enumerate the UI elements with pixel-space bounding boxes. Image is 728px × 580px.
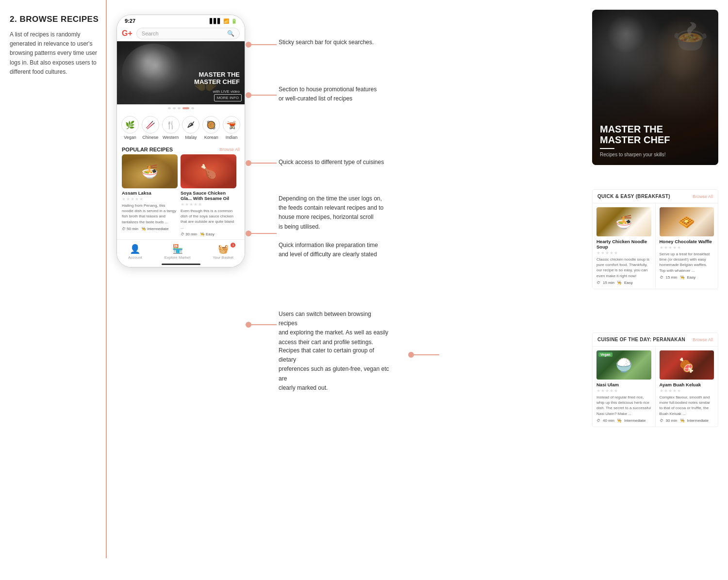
hero-more-info[interactable]: MORE INFO <box>214 94 242 101</box>
indian-label: Indian <box>226 135 238 140</box>
promo-card-background: 🍲 MASTER THE MASTER CHEF Recipes to shar… <box>592 10 718 165</box>
explore-label: Explore Market <box>165 255 191 260</box>
s3: ★ <box>605 250 609 255</box>
w1: ★ <box>660 245 663 250</box>
chinese-label: Chinese <box>142 135 158 140</box>
n5: ★ <box>614 388 618 393</box>
cuisine-day-header: CUISINE OF THE DAY: PERANAKAN Browse All <box>593 333 718 347</box>
flour-cloud <box>122 44 185 102</box>
home-indicator <box>162 264 200 265</box>
cuisine-icons-row: 🌿 Vegan 🥢 Chinese 🍴 Western 🌶 Malay 🥘 Ko… <box>117 112 245 144</box>
basket-label: Your Basket <box>213 255 233 260</box>
star-1: ★ <box>122 197 126 201</box>
annotation-text-3: Quick access to different type of cuisin… <box>279 158 390 167</box>
s2: ★ <box>601 250 605 255</box>
nav-explore[interactable]: 🏪 Explore Market <box>165 244 191 260</box>
basket-icon: 🧺 <box>218 244 229 254</box>
nasi-name: Nasi Ulam <box>596 382 651 387</box>
chicken-time: ⏱ 30 min <box>181 232 197 236</box>
chicken-name: Soya Sauce Chicken Gla... With Sesame Oi… <box>181 190 236 201</box>
recipe-soup-cell[interactable]: 🍜 Hearty Chicken Noodle Soup ★ ★ ★ ★ ★ C… <box>593 203 655 289</box>
quick-easy-header: QUICK & EASY (BREAKFAST) Browse All <box>593 190 718 203</box>
annotation-text-6: Recipes that cater to certain group of d… <box>279 346 390 393</box>
a4: ★ <box>673 388 677 393</box>
star-4: ★ <box>135 197 139 201</box>
explore-icon: 🏪 <box>172 244 183 254</box>
annotation-text-2: Section to house promotional featuresor … <box>279 85 390 103</box>
indian-icon: 🫕 <box>223 116 240 133</box>
soup-chef: 👨‍🍳 <box>617 281 622 285</box>
waffle-stars: ★ ★ ★ ★ ★ <box>660 245 714 250</box>
cuisine-korean[interactable]: 🥘 Korean <box>202 116 220 140</box>
soup-stars: ★ ★ ★ ★ ★ <box>596 250 651 255</box>
annotation-dot-5 <box>246 322 251 328</box>
status-icons: ▋▋▋ 📶 🔋 <box>210 18 237 24</box>
laksa-difficulty: 👨‍🍳 Intermediate <box>141 227 168 231</box>
a2: ★ <box>664 388 668 393</box>
ayam-name: Ayam Buah Keluak <box>660 382 714 387</box>
bowl-icon: 🍲 <box>672 19 709 54</box>
promo-subtitle: Recipes to sharpen your skills! <box>600 152 711 157</box>
cuisine-vegan[interactable]: 🌿 Vegan <box>121 116 139 140</box>
soup-name: Hearty Chicken Noodle Soup <box>596 239 651 249</box>
sidebar: 2. BROWSE RECIPES A list of recipes is r… <box>10 15 102 77</box>
star-c3: ★ <box>189 202 193 207</box>
recipe-ayam-cell[interactable]: 🍖 Ayam Buah Keluak ★ ★ ★ ★ ★ Complex fla… <box>656 347 718 427</box>
signal-icon: ▋▋▋ <box>210 18 221 24</box>
chicken-food-icon: 🍗 <box>181 154 236 188</box>
search-input-box[interactable]: Search 🔍 <box>136 28 240 39</box>
search-bar: G+ Search 🔍 <box>117 26 245 41</box>
a1: ★ <box>660 388 663 393</box>
search-placeholder: Search <box>142 31 159 36</box>
ayam-food-icon: 🍖 <box>660 350 714 380</box>
sidebar-description: A list of recipes is randomly generated … <box>10 30 102 77</box>
recipe-waffle-cell[interactable]: 🧇 Honey Chocolate Waffle ★ ★ ★ ★ ★ Serve… <box>656 203 718 289</box>
cuisine-day-browse-all[interactable]: Browse All <box>693 337 713 342</box>
nav-account[interactable]: 👤 Account <box>128 244 142 260</box>
ayam-img-wrap: 🍖 <box>660 350 714 380</box>
cuisine-chinese[interactable]: 🥢 Chinese <box>142 116 159 140</box>
n3: ★ <box>605 388 609 393</box>
dot-5[interactable] <box>191 107 194 109</box>
cuisine-malay[interactable]: 🌶 Malay <box>182 116 199 140</box>
annotation-dot-4 <box>246 231 251 236</box>
account-icon: 👤 <box>130 244 140 254</box>
laksa-time: ⏱ 50 min <box>122 227 138 231</box>
chef-icon: 👨‍🍳 <box>141 227 146 231</box>
chicken-difficulty: 👨‍🍳 Easy <box>200 232 215 236</box>
malay-icon: 🌶 <box>182 116 199 133</box>
western-label: Western <box>163 135 179 140</box>
waffle-chef: 👨‍🍳 <box>680 275 685 280</box>
gplus-logo[interactable]: G+ <box>122 29 132 38</box>
clock-icon: ⏱ <box>122 227 126 231</box>
annotation-line-2 <box>248 95 277 96</box>
sidebar-divider <box>106 0 107 558</box>
soup-image: 🍜 <box>596 207 651 236</box>
cuisine-indian[interactable]: 🫕 Indian <box>223 116 240 140</box>
dot-1[interactable] <box>168 107 171 109</box>
waffle-food-icon: 🧇 <box>660 207 714 236</box>
laksa-stars: ★ ★ ★ ★ ★ <box>122 197 178 201</box>
dot-2[interactable] <box>173 107 176 109</box>
phone-mockup: 9:27 ▋▋▋ 📶 🔋 G+ Search 🔍 👐 MASTER THE MA… <box>116 15 245 267</box>
popular-recipes-title: POPULAR RECIPES <box>122 147 173 152</box>
soup-difficulty: Easy <box>624 281 633 285</box>
recipe-card-chicken[interactable]: 🍗 Soya Sauce Chicken Gla... With Sesame … <box>181 154 236 236</box>
quick-easy-browse-all[interactable]: Browse All <box>693 194 713 199</box>
n4: ★ <box>610 388 613 393</box>
recipe-nasi-cell[interactable]: 🍚 Vegan Nasi Ulam ★ ★ ★ ★ ★ Instead of r… <box>593 347 655 427</box>
laksa-food-icon: 🍜 <box>122 154 178 188</box>
cuisine-western[interactable]: 🍴 Western <box>162 116 180 140</box>
dot-4-active[interactable] <box>182 107 189 109</box>
nav-basket[interactable]: 🧺 1 Your Basket <box>213 244 233 260</box>
recipe-card-laksa[interactable]: 🍜 Assam Laksa ★ ★ ★ ★ ★ Hailing from Pen… <box>122 154 178 236</box>
malay-label: Malay <box>185 135 197 140</box>
star-2: ★ <box>126 197 130 201</box>
waffle-time: 15 min <box>666 275 678 280</box>
hero-banner: 👐 MASTER THE MASTER CHEF with LIVE video… <box>117 41 245 104</box>
s4: ★ <box>610 250 613 255</box>
dot-3[interactable] <box>178 107 181 109</box>
popular-browse-all[interactable]: Browse All <box>219 147 240 152</box>
cuisine-day-title: CUISINE OF THE DAY: PERANAKAN <box>597 337 685 342</box>
waffle-image: 🧇 <box>660 207 714 236</box>
